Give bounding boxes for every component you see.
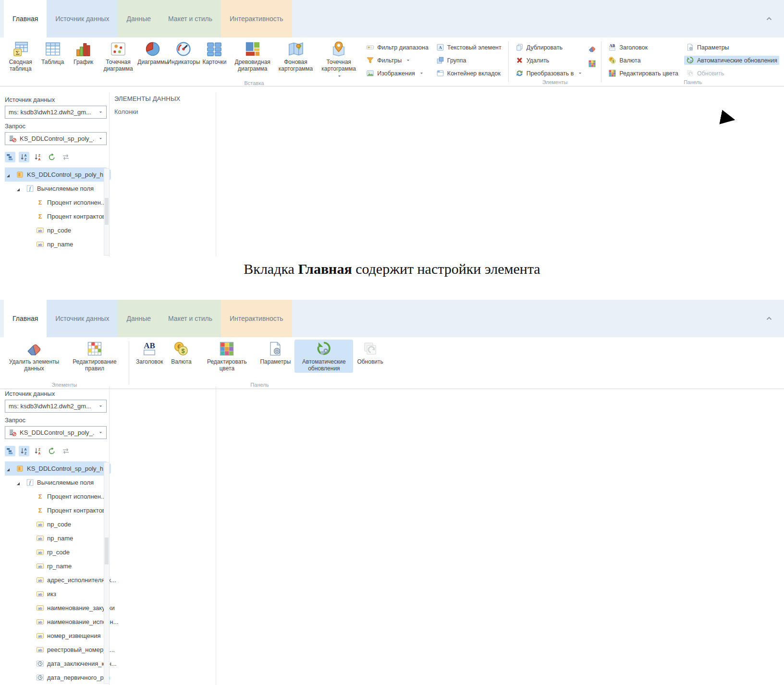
refresh-green-icon[interactable] <box>47 152 57 162</box>
text-element-icon: A <box>436 43 444 51</box>
svg-text:ab: ab <box>38 578 42 583</box>
tree-item[interactable]: abреестровый_номер_к... <box>5 643 107 657</box>
ribbon-button-label: Обновить <box>697 70 724 77</box>
data-source-select[interactable]: ms: ksdb3\dwh12.dwh2_gm... <box>5 106 107 119</box>
ribbon-tab[interactable]: Главная <box>4 0 47 37</box>
tree-item[interactable]: ΣПроцент исполнен... <box>5 196 107 209</box>
ribbon-tab[interactable]: Данные <box>118 300 159 337</box>
swap-icon[interactable] <box>61 446 71 456</box>
ribbon-button[interactable]: AТекстовый элемент <box>434 43 503 52</box>
tree-item[interactable]: abnp_code <box>5 223 107 237</box>
tree-item[interactable]: дата_первичного_раз <box>5 671 107 685</box>
ribbon-button[interactable]: €$Валюта <box>167 340 196 373</box>
ribbon-button[interactable]: Древовидная диаграмма <box>231 40 274 80</box>
tree-item[interactable]: fВычисляемые поля <box>5 476 107 489</box>
ribbon-tab[interactable]: Источник данных <box>47 0 118 37</box>
tree-expander-icon[interactable] <box>6 172 11 177</box>
tree-item[interactable]: ΣПроцент контрактов <box>5 209 107 223</box>
tree-item[interactable]: KS_DDLControl_sp_poly_h... <box>5 168 107 182</box>
ribbon-button[interactable]: Удалить элементы данных <box>5 340 63 373</box>
tree-item[interactable]: abикз <box>5 587 107 601</box>
ribbon-group: ДублироватьУдалитьПреобразовать вЭлемент… <box>509 37 601 86</box>
ribbon-button[interactable]: Редактировать цвета <box>197 340 256 373</box>
tree-view-icon[interactable] <box>5 152 15 162</box>
tree-expander-icon[interactable] <box>6 466 11 471</box>
ribbon-tab[interactable]: Интерактивность <box>221 0 292 37</box>
ribbon-button[interactable]: ΣСводная таблица <box>5 40 37 80</box>
sort-az-icon[interactable]: AZ <box>19 152 29 162</box>
ribbon-button[interactable]: €$Валюта <box>606 56 680 65</box>
ribbon-tab[interactable]: Макет и стиль <box>159 300 221 337</box>
sort-az-icon[interactable]: AZ <box>19 446 29 456</box>
tree-item[interactable]: ΣПроцент исполнен... <box>5 489 107 503</box>
ribbon-button[interactable]: Контейнер вкладок <box>434 69 503 78</box>
ribbon-button[interactable]: Группа <box>434 56 503 65</box>
sort-za-icon[interactable]: ZA <box>33 446 43 456</box>
ribbon-button[interactable]: ABЗаголовок <box>134 340 165 373</box>
tree-view-icon[interactable] <box>5 446 15 456</box>
pie-chart-icon <box>145 41 161 57</box>
tree-item[interactable]: abnp_name <box>5 531 107 545</box>
scrollbar-thumb[interactable] <box>105 198 109 225</box>
refresh-green-icon[interactable] <box>47 446 57 456</box>
ribbon-tab[interactable]: Данные <box>118 0 159 37</box>
sigma-icon: Σ <box>36 492 44 501</box>
query-select[interactable]: KS_DDLControl_sp_poly_... <box>5 426 107 439</box>
tree-item[interactable]: abномер_извещения <box>5 629 107 643</box>
chevron-up-icon[interactable] <box>765 14 773 23</box>
ribbon-tab[interactable]: Главная <box>4 300 47 337</box>
tree-item[interactable]: abrp_code <box>5 545 107 559</box>
tree-item[interactable]: ΣПроцент контрактов <box>5 503 107 517</box>
ribbon-button[interactable]: Редактирование правил <box>65 340 124 373</box>
tree-item[interactable]: abrp_name <box>5 559 107 573</box>
ribbon-tab[interactable]: Интерактивность <box>221 300 292 337</box>
ribbon-button[interactable]: Индикаторы <box>169 40 198 80</box>
chevron-up-icon[interactable] <box>765 314 773 323</box>
ribbon-button[interactable]: Фильтр диапазона <box>364 43 430 52</box>
ribbon-button[interactable]: Параметры <box>258 340 293 373</box>
tree-item[interactable]: дата_заключения_кон... <box>5 657 107 671</box>
ribbon-button[interactable]: Фильтры <box>364 56 430 65</box>
ribbon-button[interactable]: ABЗаголовок <box>606 43 680 52</box>
ribbon-tab[interactable]: Макет и стиль <box>159 0 221 37</box>
tree-expander-icon[interactable] <box>16 186 21 191</box>
ribbon-button[interactable]: Точечная картограмма <box>317 40 360 80</box>
ribbon-button[interactable]: Таблица <box>38 40 67 80</box>
tree-item[interactable]: abнаименование_исполн... <box>5 615 107 629</box>
ribbon-button[interactable]: Редактировать цвета <box>606 69 680 78</box>
ribbon-button[interactable]: Автоматические обновления <box>684 56 779 65</box>
ribbon-button[interactable]: Диаграммы <box>138 40 167 80</box>
ribbon-button[interactable]: Преобразовать в <box>514 69 585 78</box>
data-source-select[interactable]: ms: ksdb3\dwh12.dwh2_gm... <box>5 400 107 413</box>
ribbon-button[interactable]: Обновить <box>355 340 385 373</box>
tree-item[interactable]: abнаименование_закупки <box>5 601 107 615</box>
tree-item[interactable]: abnp_code <box>5 517 107 531</box>
swap-icon[interactable] <box>61 152 71 162</box>
tree-expander-icon[interactable] <box>16 480 21 485</box>
ribbon-button[interactable]: Карточки <box>200 40 229 80</box>
tree-item[interactable]: abnp_name <box>5 237 107 251</box>
ribbon-button[interactable]: Изображения <box>364 69 430 78</box>
ribbon-button[interactable]: Точечная диаграмма <box>100 40 137 80</box>
ribbon-button[interactable]: График <box>69 40 98 80</box>
ribbon-button-label: Автоматические обновления <box>697 57 777 64</box>
tree-item[interactable]: fВычисляемые поля <box>5 182 107 196</box>
ribbon-tab[interactable]: Источник данных <box>47 300 118 337</box>
ribbon-button[interactable]: Удалить <box>514 56 585 65</box>
eraser-icon[interactable] <box>588 45 596 53</box>
ribbon-button[interactable]: Обновить <box>684 69 779 78</box>
ribbon-button[interactable]: Дублировать <box>514 43 585 52</box>
color-grid-icon[interactable] <box>588 60 596 68</box>
fields-toolbar: AZZA <box>5 446 107 456</box>
scrollbar-thumb[interactable] <box>105 538 109 564</box>
sort-za-icon[interactable]: ZA <box>33 152 43 162</box>
tree-item[interactable]: KS_DDLControl_sp_poly_h... <box>5 462 107 476</box>
tree-item-content: abrp_name <box>34 561 74 571</box>
ab-field-icon: ab <box>36 534 44 542</box>
query-select[interactable]: KS_DDLControl_sp_poly_... <box>5 132 107 145</box>
ribbon-button-label: Валюта <box>619 57 640 64</box>
ribbon-button[interactable]: Фоновая картограмма <box>276 40 315 80</box>
ribbon-button[interactable]: Автоматические обновления <box>294 340 353 373</box>
tree-item[interactable]: abадрес_исполнителя_к... <box>5 573 107 587</box>
ribbon-button[interactable]: Параметры <box>684 43 779 52</box>
